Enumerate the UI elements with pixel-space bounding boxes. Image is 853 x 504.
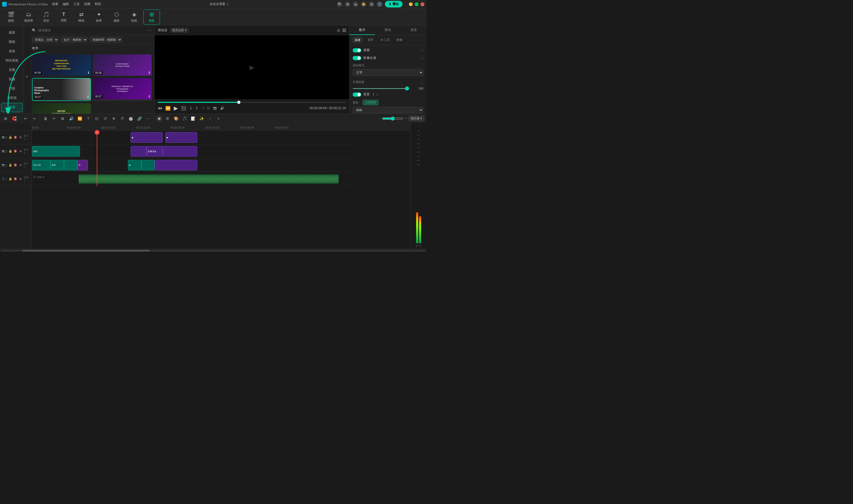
composite-toggle[interactable] [353,56,361,60]
menu-view[interactable]: 視圖 [84,2,90,6]
more-options-icon[interactable]: ⋯ [147,28,152,33]
template-search-input[interactable] [38,29,145,32]
crop-icon[interactable]: ⊠ [59,115,66,122]
preview-grid-icon[interactable]: ⊞ [337,28,340,33]
subtab-animation[interactable]: 動畫 [394,37,405,43]
bg-apply-all-btn[interactable]: 全部應用 [363,100,378,105]
template-card-howto01[interactable]: Lorem IpsumThe Role of Thirds 00:08 ⬇ Ho… [93,54,152,76]
track3-eye[interactable]: 👁 [18,135,23,140]
user-avatar[interactable]: 👤 [377,2,382,7]
rotate-icon[interactable]: ↺ [102,115,109,122]
clip-t1-2[interactable]: 教學 [51,160,64,170]
record-btn[interactable]: ⏺ [156,115,162,122]
link-icon[interactable]: 🔗 [136,115,143,122]
subtab-ai[interactable]: AI 工具 [378,37,393,43]
cat-tutorial[interactable]: 教學 [1,103,23,112]
subtitle-icon[interactable]: 📝 [190,115,196,122]
monitor-icon-btn[interactable]: 🖥 [345,2,350,7]
snapshot-btn[interactable]: 📷 [213,106,217,110]
indicator-button[interactable]: 指示器 ▾ [408,115,424,121]
preview-photo-icon[interactable]: 🖼 [342,28,346,33]
plus-icon[interactable]: + [215,115,222,122]
duration-filter[interactable]: 持續時間：無限制 [90,37,122,42]
magnet-icon[interactable]: 🧲 [11,115,18,122]
cut-icon[interactable]: ✂ [51,115,57,122]
track3-mute[interactable]: 🔇 [13,135,18,140]
clip-t1-7[interactable] [155,160,197,170]
tool-media[interactable]: 🎬 媒體 [3,10,19,24]
cloud-icon-btn[interactable]: ☁ [353,2,358,7]
morph-toggle[interactable] [353,48,361,53]
sidebar-collapse-btn[interactable]: ◀ [24,25,29,113]
transform-icon[interactable]: ⊡ [93,115,100,122]
zoom-plus-btn[interactable]: + [405,117,407,121]
bell-icon-btn[interactable]: 🔔 [361,2,366,7]
audio-icon-2[interactable]: 🎵 [181,115,188,122]
delete-icon[interactable]: 🗑 [42,115,49,122]
clip-t1-4[interactable]: 即… [77,160,88,170]
track1-mute[interactable]: 🔇 [13,163,18,167]
volume-btn[interactable]: 🔊 [220,106,224,110]
mark-in-btn[interactable]: ❴ [190,106,192,110]
tool-transition[interactable]: ⇄ 轉場 [73,10,90,24]
menu-help[interactable]: 幫助 [94,2,101,6]
export-button[interactable]: ⬆ 導出 [385,1,402,7]
track2-lock[interactable]: 🔒 [8,149,13,154]
cat-unbox[interactable]: 開箱 [1,38,23,46]
subtab-basic[interactable]: 基礎 [352,37,363,43]
track3-lock[interactable]: 🔒 [8,135,13,140]
track-add-icon[interactable]: ⊞ [2,115,9,122]
morph-diamond-icon[interactable]: ◇ [421,49,423,52]
quality-selector[interactable]: 最高品質 ▾ [170,28,189,33]
tool-effect[interactable]: ✦ 效果 [91,10,107,24]
template-card-movie[interactable]: MOVIEPHOTOGRAPHYTUTORIAL Movie Photograp… [32,103,91,113]
cat-tech[interactable]: 高科技 [1,93,23,102]
redo-icon[interactable]: ↪ [31,115,38,122]
audio1-eye[interactable]: 👁 [18,177,23,181]
more-tools-icon[interactable]: ⋯ [144,115,152,122]
template-card-creative[interactable]: CreativePhotographyIdeas 00:07 ⬇ How To … [32,78,91,101]
playhead-handle[interactable]: ✂ [94,130,100,135]
zoom-slider[interactable] [382,116,403,121]
progress-bar[interactable] [158,102,346,103]
clip-t1-1[interactable]: 前往大學 [32,160,51,170]
play-button[interactable]: ▶ [174,105,178,111]
clip-t1-6[interactable] [141,160,155,170]
clip-t2-3[interactable]: 影像美食 [146,146,162,157]
scrollbar-track[interactable] [1,250,425,251]
tool-template[interactable]: ⊞ 模板 [143,10,160,24]
clip-t2-4[interactable] [162,146,197,157]
blend-mode-select[interactable]: 正常 [353,69,423,76]
ai-icon[interactable]: ✨ [198,115,205,122]
timer-icon[interactable]: ⏱ [119,115,126,122]
tool-filter[interactable]: ⬡ 濾鏡 [108,10,125,24]
menu-edit[interactable]: 編輯 [63,2,69,6]
cat-holiday[interactable]: 節慶 [1,75,23,84]
color-grade-icon[interactable]: 🎨 [172,115,179,122]
cat-home[interactable]: 家庭 [1,28,23,37]
rewind-button[interactable]: ⏮ [158,106,162,111]
clip-t2-1[interactable]: 教材 [32,146,80,157]
template-card-imaging[interactable]: PRODUCT BENEFITSPhotographytechniques 00… [93,78,152,101]
bg-reset-icon[interactable]: ↺ [376,93,379,96]
tool-title[interactable]: T 標題 [55,10,72,24]
mask-icon[interactable]: ⬤ [127,115,134,122]
track2-mute[interactable]: 🔇 [13,149,18,154]
tab-speed[interactable]: 速度 [401,25,426,35]
step-back-button[interactable]: ⏪ [165,106,171,111]
clip-t1-3[interactable] [64,160,77,170]
opacity-diamond[interactable]: ◇ [421,81,423,85]
search-icon-btn[interactable]: 🔍 [337,2,342,7]
track1-lock[interactable]: 🔒 [8,163,13,167]
tab-video[interactable]: 影片 [349,25,375,35]
cat-game[interactable]: 遊戲 [1,113,23,113]
menu-tools[interactable]: 工具 [73,2,80,6]
clip-t2-2[interactable] [130,146,146,157]
menu-file[interactable]: 檔案 [52,2,58,6]
subtab-mask[interactable]: 遮罩 [365,37,376,43]
clip-t1-5[interactable]: ▶ [128,160,141,170]
cat-fashion[interactable]: 時尚美妝 [1,56,23,65]
adjust-icon[interactable]: ⚙ [164,115,171,122]
cat-music[interactable]: 音樂 [1,66,23,74]
minimize-btn[interactable]: ─ [409,2,413,6]
